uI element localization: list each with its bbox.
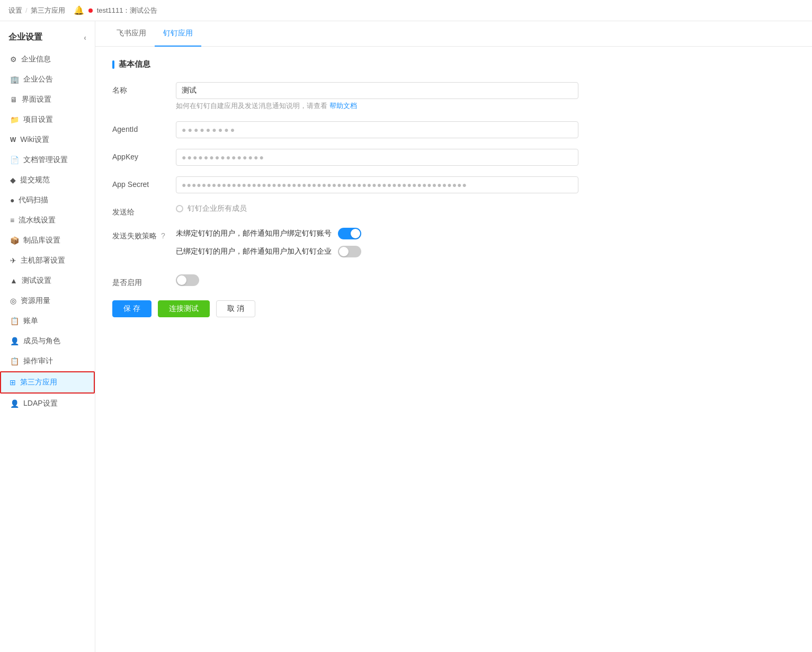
sidebar-item-label: 操作审计	[23, 356, 53, 366]
tab-bar: 飞书应用 钉钉应用	[95, 21, 812, 47]
sidebar-item-artifact-settings[interactable]: 📦 制品库设置	[0, 230, 95, 251]
form-row-enable: 是否启用	[112, 274, 795, 288]
form-row-appsecret: App Secret	[112, 176, 795, 193]
toggle-unbind-dingtalk[interactable]	[338, 228, 361, 239]
third-party-icon: ⊞	[10, 378, 16, 387]
name-hint: 如何在钉钉自建应用及发送消息通知说明，请查看 帮助文档	[176, 101, 795, 111]
sidebar-item-code-scan[interactable]: ● 代码扫描	[0, 190, 95, 210]
sidebar-item-company-notice[interactable]: 🏢 企业公告	[0, 69, 95, 90]
audit-icon: 📋	[10, 357, 19, 365]
toggle2-label: 已绑定钉钉的用户，邮件通知用户加入钉钉企业	[176, 247, 332, 256]
sidebar-item-label: 代码扫描	[19, 195, 48, 205]
doc-icon: 📄	[10, 156, 19, 164]
sendto-label: 发送给	[112, 204, 176, 217]
sidebar-item-label: 第三方应用	[20, 378, 57, 387]
tab-dingtalk[interactable]: 钉钉应用	[155, 21, 201, 47]
sidebar-item-wiki-settings[interactable]: W Wiki设置	[0, 130, 95, 150]
tab-dingtalk-label: 钉钉应用	[163, 29, 193, 37]
toggle-enable[interactable]	[176, 274, 199, 286]
sidebar-item-project-settings[interactable]: 📁 项目设置	[0, 110, 95, 130]
cancel-button[interactable]: 取 消	[216, 300, 255, 317]
sidebar-item-members-roles[interactable]: 👤 成员与角色	[0, 331, 95, 351]
appsecret-label: App Secret	[112, 176, 176, 189]
sidebar-item-label: 项目设置	[23, 115, 53, 124]
appsecret-value-container	[176, 176, 795, 193]
btn-row: 保 存 连接测试 取 消	[112, 300, 795, 317]
radio-circle	[176, 205, 183, 212]
tab-feishu-label: 飞书应用	[117, 29, 146, 37]
toggle-bound-dingtalk[interactable]	[338, 246, 361, 257]
sidebar-item-label: 成员与角色	[23, 336, 60, 346]
sidebar-item-label: 企业信息	[21, 55, 51, 64]
form-row-sendto: 发送给 钉钉企业所有成员	[112, 204, 795, 217]
sidebar-item-third-party[interactable]: ⊞ 第三方应用	[0, 371, 95, 394]
toggle-row-1: 未绑定钉钉的用户，邮件通知用户绑定钉钉账号	[176, 228, 795, 239]
sidebar-item-ui-settings[interactable]: 🖥 界面设置	[0, 90, 95, 110]
sidebar-item-label: 流水线设置	[19, 216, 56, 225]
sidebar-item-label: 提交规范	[20, 175, 50, 185]
sidebar-item-resource-usage[interactable]: ◎ 资源用量	[0, 291, 95, 311]
notification-dot	[88, 8, 93, 13]
form-row-fail-strategy: 发送失败策略 ? 未绑定钉钉的用户，邮件通知用户绑定钉钉账号 已绑定钉钉的用户，…	[112, 228, 795, 264]
sidebar-item-company-info[interactable]: ⚙ 企业信息	[0, 49, 95, 69]
main-content: 飞书应用 钉钉应用 基本信息 名称 如何在钉钉自建应用及发送消息通知说明，请查看	[95, 21, 812, 652]
appkey-label: AppKey	[112, 149, 176, 161]
sidebar-item-label: 企业公告	[23, 75, 53, 84]
sendto-value-container: 钉钉企业所有成员	[176, 204, 795, 213]
bell-icon[interactable]: 🔔	[74, 5, 84, 15]
sendto-option: 钉钉企业所有成员	[176, 204, 795, 213]
form-row-agentid: AgentId	[112, 121, 795, 138]
sidebar-item-label: LDAP设置	[23, 399, 58, 408]
sidebar-item-label: 资源用量	[21, 296, 50, 306]
toggle-row-2: 已绑定钉钉的用户，邮件通知用户加入钉钉企业	[176, 246, 795, 257]
section-bar	[112, 60, 114, 69]
artifact-icon: 📦	[10, 236, 19, 245]
help-doc-link[interactable]: 帮助文档	[329, 102, 357, 110]
members-icon: 👤	[10, 337, 19, 345]
help-icon[interactable]: ?	[161, 231, 165, 240]
code-icon: ●	[10, 196, 14, 204]
breadcrumb-third-party[interactable]: 第三方应用	[31, 6, 65, 15]
collapse-icon[interactable]: ‹	[84, 33, 86, 42]
sidebar-item-submit-spec[interactable]: ◆ 提交规范	[0, 170, 95, 190]
form-row-name: 名称 如何在钉钉自建应用及发送消息通知说明，请查看 帮助文档	[112, 82, 795, 111]
host-icon: ✈	[10, 256, 16, 265]
save-button[interactable]: 保 存	[112, 300, 151, 317]
name-input[interactable]	[176, 82, 578, 99]
sidebar-item-label: 界面设置	[22, 95, 51, 104]
sidebar-item-label: Wiki设置	[20, 135, 49, 145]
gear-icon: ⚙	[10, 55, 17, 64]
sidebar-item-doc-settings[interactable]: 📄 文档管理设置	[0, 150, 95, 170]
tab-feishu[interactable]: 飞书应用	[108, 21, 155, 47]
notification-text: test1111：测试公告	[97, 6, 158, 15]
wiki-icon: W	[10, 136, 16, 144]
section-title-text: 基本信息	[119, 59, 150, 69]
sidebar-item-audit-log[interactable]: 📋 操作审计	[0, 351, 95, 371]
breadcrumb-settings[interactable]: 设置	[8, 6, 22, 15]
ldap-icon: 👤	[10, 399, 19, 408]
diamond-icon: ◆	[10, 176, 16, 184]
project-icon: 📁	[10, 115, 19, 124]
topbar: 设置 / 第三方应用 🔔 test1111：测试公告	[0, 0, 812, 21]
billing-icon: 📋	[10, 317, 19, 325]
breadcrumb-sep1: /	[25, 6, 28, 14]
toggle-thumb-2	[339, 247, 349, 256]
appkey-input[interactable]	[176, 149, 578, 166]
name-value-container: 如何在钉钉自建应用及发送消息通知说明，请查看 帮助文档	[176, 82, 795, 111]
appkey-value-container	[176, 149, 795, 166]
agentid-input[interactable]	[176, 121, 578, 138]
notification-area: 🔔 test1111：测试公告	[74, 5, 158, 15]
test-connection-button[interactable]: 连接测试	[158, 300, 210, 317]
appsecret-input[interactable]	[176, 176, 578, 193]
sidebar-item-billing[interactable]: 📋 账单	[0, 311, 95, 331]
sidebar-item-label: 测试设置	[22, 276, 51, 285]
toggle-thumb-1	[351, 229, 360, 238]
fail-strategy-label-text: 发送失败策略	[112, 231, 157, 240]
sidebar-item-host-settings[interactable]: ✈ 主机部署设置	[0, 251, 95, 271]
sidebar-item-pipeline-settings[interactable]: ≡ 流水线设置	[0, 210, 95, 230]
agentid-label: AgentId	[112, 121, 176, 133]
sidebar-item-ldap[interactable]: 👤 LDAP设置	[0, 394, 95, 414]
ui-icon: 🖥	[10, 95, 17, 104]
agentid-value-container	[176, 121, 795, 138]
sidebar-item-test-settings[interactable]: ▲ 测试设置	[0, 271, 95, 291]
